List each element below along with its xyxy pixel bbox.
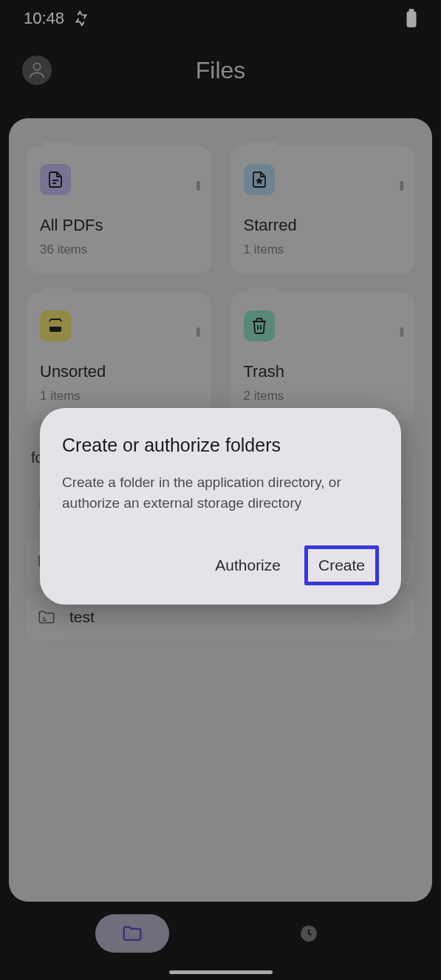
create-button[interactable]: Create (304, 545, 379, 585)
dialog-body: Create a folder in the application direc… (62, 472, 379, 513)
dialog-actions: Authorize Create (62, 545, 379, 585)
authorize-button[interactable]: Authorize (202, 546, 294, 585)
create-authorize-dialog: Create or authorize folders Create a fol… (40, 408, 401, 605)
dialog-title: Create or authorize folders (62, 435, 379, 456)
